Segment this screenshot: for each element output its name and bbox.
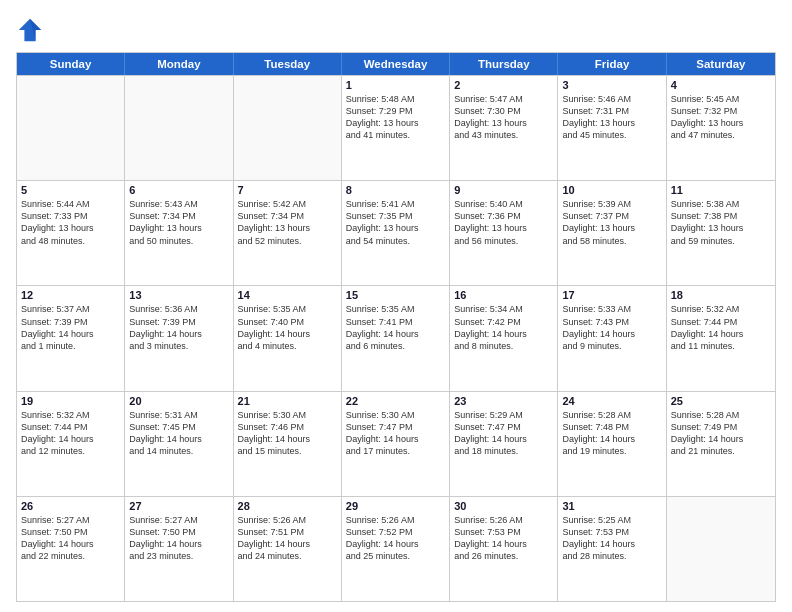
week-row-0: 1Sunrise: 5:48 AM Sunset: 7:29 PM Daylig… — [17, 75, 775, 180]
day-number: 29 — [346, 500, 445, 512]
day-cell-16: 16Sunrise: 5:34 AM Sunset: 7:42 PM Dayli… — [450, 286, 558, 390]
day-info: Sunrise: 5:32 AM Sunset: 7:44 PM Dayligh… — [671, 303, 771, 352]
day-info: Sunrise: 5:48 AM Sunset: 7:29 PM Dayligh… — [346, 93, 445, 142]
day-info: Sunrise: 5:26 AM Sunset: 7:51 PM Dayligh… — [238, 514, 337, 563]
day-info: Sunrise: 5:36 AM Sunset: 7:39 PM Dayligh… — [129, 303, 228, 352]
day-number: 26 — [21, 500, 120, 512]
header-day-wednesday: Wednesday — [342, 53, 450, 75]
day-info: Sunrise: 5:27 AM Sunset: 7:50 PM Dayligh… — [21, 514, 120, 563]
day-cell-27: 27Sunrise: 5:27 AM Sunset: 7:50 PM Dayli… — [125, 497, 233, 601]
day-number: 19 — [21, 395, 120, 407]
day-info: Sunrise: 5:47 AM Sunset: 7:30 PM Dayligh… — [454, 93, 553, 142]
logo-icon — [16, 16, 44, 44]
day-info: Sunrise: 5:40 AM Sunset: 7:36 PM Dayligh… — [454, 198, 553, 247]
day-number: 8 — [346, 184, 445, 196]
day-info: Sunrise: 5:39 AM Sunset: 7:37 PM Dayligh… — [562, 198, 661, 247]
day-cell-2: 2Sunrise: 5:47 AM Sunset: 7:30 PM Daylig… — [450, 76, 558, 180]
day-number: 11 — [671, 184, 771, 196]
day-number: 9 — [454, 184, 553, 196]
header — [16, 16, 776, 44]
day-cell-1: 1Sunrise: 5:48 AM Sunset: 7:29 PM Daylig… — [342, 76, 450, 180]
header-day-sunday: Sunday — [17, 53, 125, 75]
day-number: 13 — [129, 289, 228, 301]
day-number: 30 — [454, 500, 553, 512]
day-cell-28: 28Sunrise: 5:26 AM Sunset: 7:51 PM Dayli… — [234, 497, 342, 601]
week-row-2: 12Sunrise: 5:37 AM Sunset: 7:39 PM Dayli… — [17, 285, 775, 390]
day-number: 15 — [346, 289, 445, 301]
day-number: 5 — [21, 184, 120, 196]
day-info: Sunrise: 5:30 AM Sunset: 7:47 PM Dayligh… — [346, 409, 445, 458]
day-cell-8: 8Sunrise: 5:41 AM Sunset: 7:35 PM Daylig… — [342, 181, 450, 285]
day-cell-4: 4Sunrise: 5:45 AM Sunset: 7:32 PM Daylig… — [667, 76, 775, 180]
day-number: 7 — [238, 184, 337, 196]
empty-cell — [234, 76, 342, 180]
day-number: 16 — [454, 289, 553, 301]
day-info: Sunrise: 5:34 AM Sunset: 7:42 PM Dayligh… — [454, 303, 553, 352]
day-number: 20 — [129, 395, 228, 407]
header-day-thursday: Thursday — [450, 53, 558, 75]
day-info: Sunrise: 5:35 AM Sunset: 7:40 PM Dayligh… — [238, 303, 337, 352]
day-info: Sunrise: 5:43 AM Sunset: 7:34 PM Dayligh… — [129, 198, 228, 247]
day-number: 14 — [238, 289, 337, 301]
day-number: 28 — [238, 500, 337, 512]
day-cell-10: 10Sunrise: 5:39 AM Sunset: 7:37 PM Dayli… — [558, 181, 666, 285]
day-cell-20: 20Sunrise: 5:31 AM Sunset: 7:45 PM Dayli… — [125, 392, 233, 496]
day-info: Sunrise: 5:28 AM Sunset: 7:48 PM Dayligh… — [562, 409, 661, 458]
day-number: 17 — [562, 289, 661, 301]
day-info: Sunrise: 5:41 AM Sunset: 7:35 PM Dayligh… — [346, 198, 445, 247]
day-info: Sunrise: 5:30 AM Sunset: 7:46 PM Dayligh… — [238, 409, 337, 458]
page: SundayMondayTuesdayWednesdayThursdayFrid… — [0, 0, 792, 612]
day-number: 12 — [21, 289, 120, 301]
day-number: 2 — [454, 79, 553, 91]
header-day-tuesday: Tuesday — [234, 53, 342, 75]
day-info: Sunrise: 5:31 AM Sunset: 7:45 PM Dayligh… — [129, 409, 228, 458]
day-info: Sunrise: 5:45 AM Sunset: 7:32 PM Dayligh… — [671, 93, 771, 142]
day-info: Sunrise: 5:33 AM Sunset: 7:43 PM Dayligh… — [562, 303, 661, 352]
day-cell-31: 31Sunrise: 5:25 AM Sunset: 7:53 PM Dayli… — [558, 497, 666, 601]
day-number: 10 — [562, 184, 661, 196]
day-cell-23: 23Sunrise: 5:29 AM Sunset: 7:47 PM Dayli… — [450, 392, 558, 496]
day-number: 25 — [671, 395, 771, 407]
day-cell-18: 18Sunrise: 5:32 AM Sunset: 7:44 PM Dayli… — [667, 286, 775, 390]
day-number: 31 — [562, 500, 661, 512]
week-row-4: 26Sunrise: 5:27 AM Sunset: 7:50 PM Dayli… — [17, 496, 775, 601]
day-number: 27 — [129, 500, 228, 512]
calendar-body: 1Sunrise: 5:48 AM Sunset: 7:29 PM Daylig… — [17, 75, 775, 601]
day-info: Sunrise: 5:37 AM Sunset: 7:39 PM Dayligh… — [21, 303, 120, 352]
day-cell-3: 3Sunrise: 5:46 AM Sunset: 7:31 PM Daylig… — [558, 76, 666, 180]
empty-cell — [125, 76, 233, 180]
header-day-saturday: Saturday — [667, 53, 775, 75]
day-number: 22 — [346, 395, 445, 407]
day-info: Sunrise: 5:35 AM Sunset: 7:41 PM Dayligh… — [346, 303, 445, 352]
day-number: 23 — [454, 395, 553, 407]
week-row-3: 19Sunrise: 5:32 AM Sunset: 7:44 PM Dayli… — [17, 391, 775, 496]
day-info: Sunrise: 5:32 AM Sunset: 7:44 PM Dayligh… — [21, 409, 120, 458]
header-day-monday: Monday — [125, 53, 233, 75]
day-cell-13: 13Sunrise: 5:36 AM Sunset: 7:39 PM Dayli… — [125, 286, 233, 390]
day-info: Sunrise: 5:42 AM Sunset: 7:34 PM Dayligh… — [238, 198, 337, 247]
day-info: Sunrise: 5:26 AM Sunset: 7:53 PM Dayligh… — [454, 514, 553, 563]
logo — [16, 16, 48, 44]
day-number: 4 — [671, 79, 771, 91]
calendar: SundayMondayTuesdayWednesdayThursdayFrid… — [16, 52, 776, 602]
day-info: Sunrise: 5:26 AM Sunset: 7:52 PM Dayligh… — [346, 514, 445, 563]
day-cell-25: 25Sunrise: 5:28 AM Sunset: 7:49 PM Dayli… — [667, 392, 775, 496]
day-cell-14: 14Sunrise: 5:35 AM Sunset: 7:40 PM Dayli… — [234, 286, 342, 390]
empty-cell — [667, 497, 775, 601]
day-cell-9: 9Sunrise: 5:40 AM Sunset: 7:36 PM Daylig… — [450, 181, 558, 285]
day-info: Sunrise: 5:46 AM Sunset: 7:31 PM Dayligh… — [562, 93, 661, 142]
day-number: 21 — [238, 395, 337, 407]
day-number: 24 — [562, 395, 661, 407]
calendar-header: SundayMondayTuesdayWednesdayThursdayFrid… — [17, 53, 775, 75]
day-cell-12: 12Sunrise: 5:37 AM Sunset: 7:39 PM Dayli… — [17, 286, 125, 390]
day-info: Sunrise: 5:28 AM Sunset: 7:49 PM Dayligh… — [671, 409, 771, 458]
day-cell-24: 24Sunrise: 5:28 AM Sunset: 7:48 PM Dayli… — [558, 392, 666, 496]
day-cell-26: 26Sunrise: 5:27 AM Sunset: 7:50 PM Dayli… — [17, 497, 125, 601]
day-cell-5: 5Sunrise: 5:44 AM Sunset: 7:33 PM Daylig… — [17, 181, 125, 285]
day-info: Sunrise: 5:25 AM Sunset: 7:53 PM Dayligh… — [562, 514, 661, 563]
day-cell-17: 17Sunrise: 5:33 AM Sunset: 7:43 PM Dayli… — [558, 286, 666, 390]
day-info: Sunrise: 5:29 AM Sunset: 7:47 PM Dayligh… — [454, 409, 553, 458]
day-info: Sunrise: 5:38 AM Sunset: 7:38 PM Dayligh… — [671, 198, 771, 247]
day-cell-30: 30Sunrise: 5:26 AM Sunset: 7:53 PM Dayli… — [450, 497, 558, 601]
day-cell-15: 15Sunrise: 5:35 AM Sunset: 7:41 PM Dayli… — [342, 286, 450, 390]
